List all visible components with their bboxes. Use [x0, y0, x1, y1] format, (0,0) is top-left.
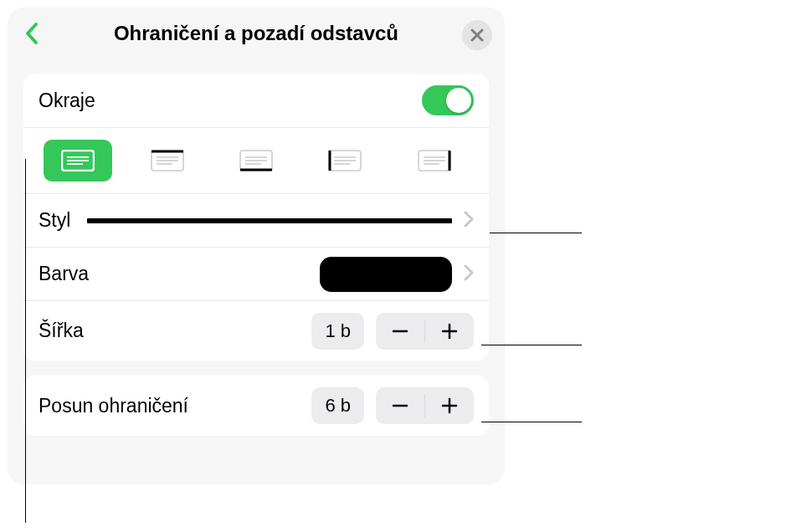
- color-swatch: [320, 257, 452, 292]
- back-button[interactable]: [20, 22, 44, 45]
- offset-label: Posun ohraničení: [39, 395, 188, 417]
- chevron-right-icon: [464, 264, 474, 284]
- offset-section: Posun ohraničení 6 b: [23, 376, 489, 436]
- minus-icon: [391, 396, 409, 415]
- width-value: 1 b: [311, 313, 364, 350]
- margins-toggle[interactable]: [422, 85, 474, 115]
- close-button[interactable]: [462, 20, 492, 50]
- width-stepper: [376, 313, 474, 350]
- width-label: Šířka: [39, 320, 84, 342]
- minus-icon: [391, 322, 409, 340]
- offset-value: 6 b: [311, 387, 364, 424]
- offset-minus-button[interactable]: [376, 387, 424, 424]
- style-row[interactable]: Styl: [23, 193, 489, 247]
- color-row[interactable]: Barva: [23, 247, 489, 300]
- margins-row: Okraje: [23, 74, 489, 127]
- line-style-sample: [87, 218, 452, 223]
- border-top-icon: [151, 150, 184, 171]
- chevron-left-icon: [24, 22, 39, 45]
- main-section: Okraje: [23, 74, 489, 361]
- plus-icon: [440, 396, 459, 415]
- width-minus-button[interactable]: [376, 313, 424, 350]
- offset-row: Posun ohraničení 6 b: [23, 376, 489, 436]
- border-bottom-button[interactable]: [222, 140, 290, 182]
- border-left-button[interactable]: [311, 140, 379, 182]
- border-bottom-icon: [239, 150, 273, 171]
- border-top-button[interactable]: [133, 140, 202, 182]
- panel-title: Ohraničení a pozadí odstavců: [8, 22, 504, 45]
- offset-stepper: [376, 387, 474, 424]
- toggle-knob: [446, 88, 471, 113]
- panel-header: Ohraničení a pozadí odstavců: [8, 8, 504, 59]
- offset-plus-button[interactable]: [425, 387, 474, 424]
- width-row: Šířka 1 b: [23, 300, 489, 361]
- plus-icon: [440, 322, 459, 340]
- close-icon: [470, 28, 484, 42]
- width-plus-button[interactable]: [425, 313, 474, 350]
- color-label: Barva: [39, 263, 89, 285]
- border-all-button[interactable]: [44, 140, 112, 182]
- border-side-picker: [23, 127, 489, 193]
- border-left-icon: [328, 150, 362, 171]
- style-label: Styl: [39, 209, 70, 232]
- chevron-right-icon: [464, 211, 474, 231]
- border-all-icon: [61, 150, 95, 171]
- borders-panel: Ohraničení a pozadí odstavců Okraje: [8, 8, 504, 483]
- border-right-button[interactable]: [400, 140, 469, 182]
- margins-label: Okraje: [39, 90, 95, 112]
- border-right-icon: [418, 150, 451, 171]
